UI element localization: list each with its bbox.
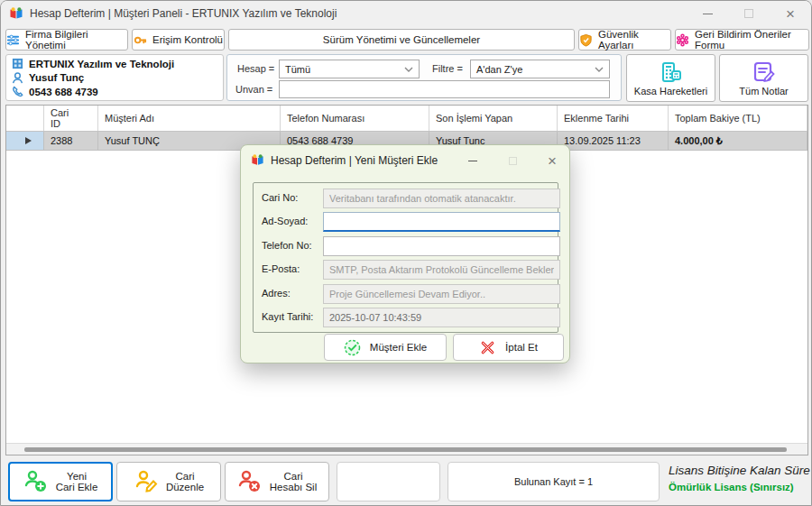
company-panel: ERTUNIX Yazılım ve Teknoloji Yusuf Tunç … (5, 54, 224, 101)
surum-yonetimi-label: Sürüm Yönetimi ve Güncellemeler (323, 34, 480, 45)
row-arrow-icon (25, 137, 32, 144)
cell-cari-id: 2388 (44, 132, 98, 151)
person-delete-icon (237, 469, 263, 494)
user-name: Yusuf Tunç (29, 72, 84, 83)
ad-soyad-row: Ad-Soyad: (254, 212, 558, 232)
user-icon (12, 72, 23, 84)
maximize-icon (744, 9, 753, 18)
adres-input (323, 284, 560, 304)
telefon-no-input[interactable] (323, 236, 560, 256)
adres-label: Adres: (262, 288, 291, 299)
hesap-label: Hesap = (237, 63, 274, 74)
firma-bilgileri-button[interactable]: Firma Bilgileri Yönetimi (5, 29, 128, 51)
cari-duzenle-button[interactable]: Cari Düzenle (116, 462, 221, 501)
cari-hesabi-sil-button[interactable]: Cari Hesabı Sil (225, 462, 329, 501)
column-header-telefon[interactable]: Telefon Numarası (281, 106, 429, 131)
close-icon (786, 6, 795, 22)
bulunan-kayit-panel: Bulunan Kayıt = 1 (448, 462, 660, 501)
e-posta-row: E-Posta: (254, 260, 558, 280)
tum-notlar-button[interactable]: Tüm Notlar (719, 54, 808, 102)
window-title: Hesap Defterim | Müşteri Paneli - ERTUNI… (30, 7, 337, 20)
minimize-icon (468, 161, 477, 161)
phone-icon (12, 86, 23, 97)
kayit-tarihi-label: Kayıt Tarihi: (262, 311, 313, 322)
person-add-icon (23, 469, 49, 494)
company-name-row: ERTUNIX Yazılım ve Teknoloji (12, 58, 217, 69)
company-phone-row: 0543 688 4739 (12, 86, 217, 97)
close-icon (548, 153, 557, 169)
yeni-cari-ekle-label: Yeni Cari Ekle (56, 471, 98, 492)
column-header-eklenme[interactable]: Eklenme Tarihi (558, 106, 669, 131)
chevron-down-icon (595, 65, 604, 74)
person-edit-icon (134, 469, 159, 494)
dialog-title: Hesap Defterim | Yeni Müşteri Ekle (271, 154, 438, 167)
row-selector-header (6, 106, 44, 131)
tum-notlar-label: Tüm Notlar (739, 86, 788, 97)
hesap-value: Tümü (285, 64, 310, 75)
kayit-tarihi-row: Kayıt Tarihi: (254, 308, 558, 327)
e-posta-input (323, 260, 560, 280)
maximize-icon (509, 157, 517, 165)
bulunan-kayit-label: Bulunan Kayıt = 1 (514, 476, 593, 487)
filtre-value: A'dan Z'ye (476, 64, 522, 75)
filtre-select[interactable]: A'dan Z'ye (470, 60, 610, 78)
musteri-ekle-label: Müşteri Ekle (370, 342, 427, 353)
filtre-label: Filtre = (432, 63, 463, 74)
minimize-button[interactable] (687, 1, 728, 26)
adres-row: Adres: (254, 284, 558, 304)
column-header-son-islemi[interactable]: Son İşlemi Yapan (429, 106, 558, 131)
surum-yonetimi-button[interactable]: Sürüm Yönetimi ve Güncellemeler (228, 29, 575, 51)
app-window: Hesap Defterim | Müşteri Paneli - ERTUNI… (0, 0, 812, 506)
iptal-et-button[interactable]: İptal Et (453, 334, 564, 361)
telefon-no-row: Telefon No: (254, 236, 558, 256)
company-user-row: Yusuf Tunç (12, 72, 217, 84)
new-customer-dialog: Hesap Defterim | Yeni Müşteri Ekle Cari … (240, 144, 570, 363)
filter-panel: Hesap = Tümü Filtre = A'dan Z'ye Unvan = (226, 54, 622, 101)
yeni-cari-ekle-button[interactable]: Yeni Cari Ekle (8, 462, 113, 501)
kayit-tarihi-input (323, 308, 560, 327)
row-selector-cell[interactable] (6, 132, 44, 151)
phone-number: 0543 688 4739 (29, 87, 98, 97)
cell-eklenme: 13.09.2025 11:23 (558, 132, 669, 151)
erisim-kontrolu-label: Erişim Kontrolü (152, 34, 223, 45)
cari-no-label: Cari No: (262, 192, 298, 203)
firma-bilgileri-label: Firma Bilgileri Yönetimi (25, 29, 127, 51)
erisim-kontrolu-button[interactable]: Erişim Kontrolü (132, 29, 225, 51)
x-icon (479, 339, 496, 356)
ad-soyad-label: Ad-Soyad: (262, 216, 308, 226)
kasa-hareketleri-button[interactable]: Kasa Hareketleri (626, 54, 715, 102)
key-icon (134, 33, 147, 47)
iptal-et-label: İptal Et (505, 342, 538, 353)
guvenlik-ayarlari-label: Güvenlik Ayarları (598, 29, 670, 51)
customer-fieldset: Cari No: Ad-Soyad: Telefon No: E-Posta: … (253, 182, 558, 333)
flower-icon (676, 33, 689, 47)
scrollbar-thumb[interactable] (24, 447, 787, 452)
chevron-down-icon (404, 65, 413, 74)
unvan-input[interactable] (279, 80, 610, 98)
geri-bildirim-label: Geri Bildirim Öneriler Formu (695, 29, 808, 51)
column-header-bakiye[interactable]: Toplam Bakiye (TL) (669, 106, 807, 131)
column-header-musteri-adi[interactable]: Müşteri Adı (98, 106, 281, 131)
app-icon (251, 153, 264, 167)
dialog-maximize-button[interactable] (503, 151, 522, 170)
guvenlik-ayarlari-button[interactable]: Güvenlik Ayarları (578, 29, 671, 51)
close-button[interactable] (770, 1, 811, 26)
dialog-minimize-button[interactable] (463, 151, 483, 170)
note-pencil-icon (752, 60, 776, 84)
musteri-ekle-button[interactable]: Müşteri Ekle (324, 334, 447, 361)
cell-bakiye: 4.000,00 ₺ (669, 132, 807, 151)
telefon-no-label: Telefon No: (262, 240, 312, 251)
hesap-select[interactable]: Tümü (279, 60, 420, 78)
geri-bildirim-button[interactable]: Geri Bildirim Öneriler Formu (675, 29, 809, 51)
e-posta-label: E-Posta: (262, 263, 300, 274)
column-header-cari-id[interactable]: Cari ID (44, 106, 98, 131)
ad-soyad-input[interactable] (323, 212, 560, 232)
kasa-hareketleri-label: Kasa Hareketleri (634, 86, 707, 97)
dialog-close-button[interactable] (542, 151, 562, 170)
building-icon (12, 58, 23, 69)
maximize-button[interactable] (728, 1, 770, 26)
horizontal-scrollbar[interactable] (6, 443, 807, 455)
sliders-icon (6, 33, 20, 47)
license-status: Ömürlük Lisans (Sınırsız) (669, 482, 794, 492)
unvan-label: Unvan = (235, 84, 272, 95)
